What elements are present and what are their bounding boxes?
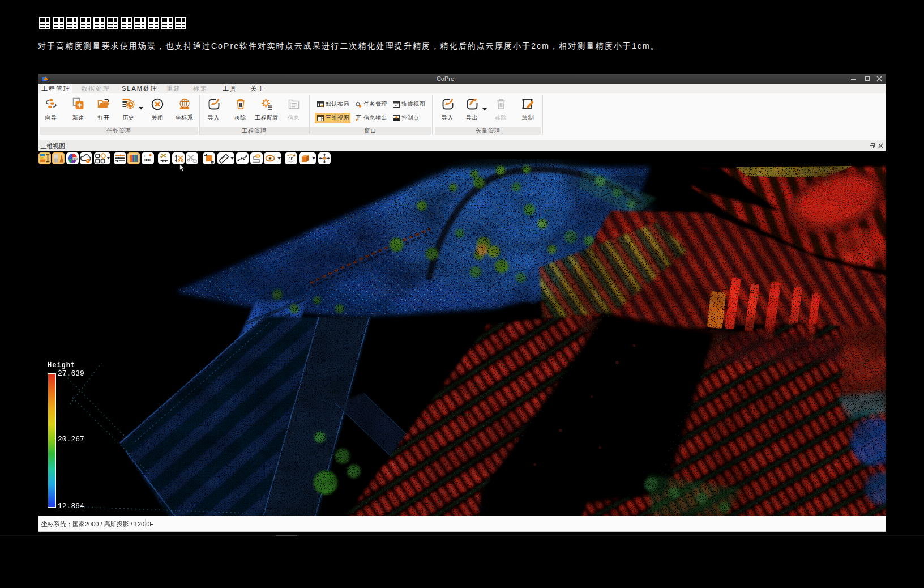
svg-text:3D: 3D xyxy=(289,157,294,161)
svg-text:RGB: RGB xyxy=(73,157,78,160)
